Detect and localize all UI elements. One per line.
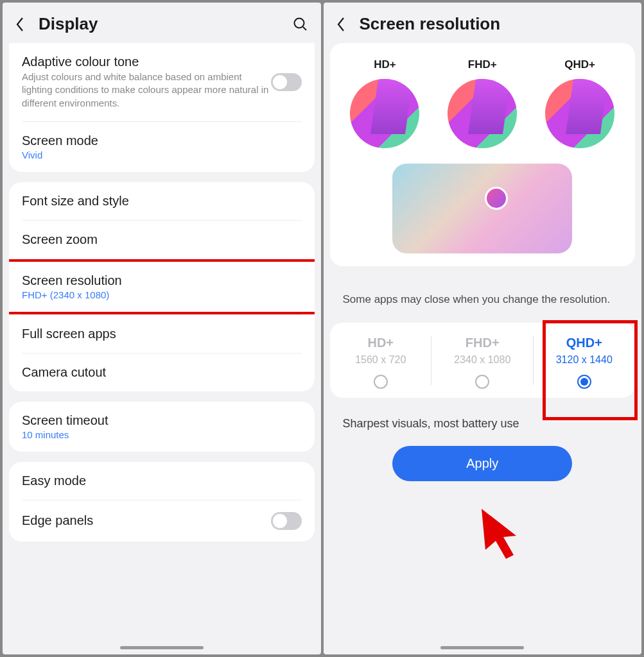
header: Display bbox=[3, 3, 321, 43]
edge-panels-toggle[interactable] bbox=[271, 512, 302, 530]
header: Screen resolution bbox=[324, 3, 642, 43]
screen-mode-row[interactable]: Screen mode Vivid bbox=[9, 122, 315, 172]
option-resolution: 2340 x 1080 bbox=[437, 354, 528, 366]
font-size-row[interactable]: Font size and style bbox=[9, 182, 315, 220]
search-icon[interactable] bbox=[293, 17, 308, 32]
back-icon[interactable] bbox=[336, 17, 345, 32]
preview-circle-icon bbox=[350, 79, 419, 148]
page-title: Screen resolution bbox=[360, 14, 629, 34]
annotation-cursor-icon bbox=[476, 504, 523, 560]
value: Vivid bbox=[22, 149, 302, 160]
preview-hd: HD+ bbox=[350, 58, 419, 148]
label: Font size and style bbox=[22, 194, 129, 209]
screen-resolution-row[interactable]: Screen resolution FHD+ (2340 x 1080) bbox=[9, 259, 315, 314]
radio-icon bbox=[577, 375, 591, 389]
gesture-bar[interactable] bbox=[440, 646, 524, 649]
label: Screen resolution bbox=[22, 273, 302, 288]
option-resolution: 3120 x 1440 bbox=[539, 354, 631, 366]
full-screen-apps-row[interactable]: Full screen apps bbox=[9, 315, 315, 353]
option-qhd[interactable]: QHD+ 3120 x 1440 bbox=[534, 323, 636, 398]
value: FHD+ (2340 x 1080) bbox=[22, 289, 302, 300]
screen-timeout-row[interactable]: Screen timeout 10 minutes bbox=[9, 402, 315, 452]
label: HD+ bbox=[374, 58, 396, 71]
option-resolution: 1560 x 720 bbox=[335, 354, 427, 366]
preview-row: HD+ FHD+ QHD+ bbox=[330, 43, 636, 155]
value: 10 minutes bbox=[22, 429, 302, 440]
preview-qhd: QHD+ bbox=[545, 58, 614, 148]
label: Screen mode bbox=[22, 133, 302, 148]
preview-fhd: FHD+ bbox=[448, 58, 517, 148]
display-settings-screen: Display Adaptive colour tone Adjust colo… bbox=[3, 3, 321, 654]
card-easy-edge: Easy mode Edge panels bbox=[9, 462, 315, 542]
radio-icon bbox=[475, 375, 489, 389]
label: Screen timeout bbox=[22, 413, 302, 428]
label: Camera cutout bbox=[22, 365, 106, 380]
card-timeout: Screen timeout 10 minutes bbox=[9, 402, 315, 452]
card-font-resolution: Font size and style Screen zoom Screen r… bbox=[9, 182, 315, 391]
svg-point-0 bbox=[294, 18, 304, 28]
gesture-bar[interactable] bbox=[120, 646, 204, 649]
info-text: Some apps may close when you change the … bbox=[324, 277, 642, 318]
apply-button[interactable]: Apply bbox=[392, 446, 572, 481]
card-adaptive-mode: Adaptive colour tone Adjust colours and … bbox=[9, 43, 315, 172]
back-icon[interactable] bbox=[15, 17, 24, 32]
label: Edge panels bbox=[22, 513, 93, 528]
edge-panels-row[interactable]: Edge panels bbox=[9, 500, 315, 542]
adaptive-colour-tone-row[interactable]: Adaptive colour tone Adjust colours and … bbox=[9, 43, 315, 121]
adaptive-toggle[interactable] bbox=[271, 73, 302, 91]
label: Screen zoom bbox=[22, 232, 98, 247]
label: Adaptive colour tone bbox=[22, 55, 271, 69]
description: Adjust colours and white balance based o… bbox=[22, 71, 271, 110]
screen-resolution-screen: Screen resolution HD+ FHD+ QHD+ Some app bbox=[324, 3, 642, 654]
label: Full screen apps bbox=[22, 327, 116, 341]
radio-icon bbox=[374, 375, 388, 389]
resolution-options: HD+ 1560 x 720 FHD+ 2340 x 1080 QHD+ 312… bbox=[330, 323, 636, 398]
detail-text: Sharpest visuals, most battery use bbox=[324, 398, 642, 443]
camera-cutout-row[interactable]: Camera cutout bbox=[9, 354, 315, 391]
preview-circle-icon bbox=[545, 79, 614, 148]
option-name: QHD+ bbox=[539, 336, 631, 350]
wallpaper-preview-icon bbox=[392, 164, 572, 253]
easy-mode-row[interactable]: Easy mode bbox=[9, 462, 315, 500]
option-hd[interactable]: HD+ 1560 x 720 bbox=[330, 323, 432, 398]
preview-card: HD+ FHD+ QHD+ bbox=[330, 43, 636, 266]
label: Easy mode bbox=[22, 474, 86, 488]
content: Adaptive colour tone Adjust colours and … bbox=[3, 43, 321, 654]
screen-zoom-row[interactable]: Screen zoom bbox=[9, 221, 315, 259]
label: QHD+ bbox=[564, 58, 595, 71]
preview-circle-icon bbox=[448, 79, 517, 148]
label: FHD+ bbox=[468, 58, 497, 71]
option-name: FHD+ bbox=[437, 336, 528, 350]
content: HD+ FHD+ QHD+ Some apps may close when y… bbox=[324, 43, 642, 654]
option-fhd[interactable]: FHD+ 2340 x 1080 bbox=[431, 323, 534, 398]
page-title: Display bbox=[39, 14, 279, 34]
option-name: HD+ bbox=[335, 336, 427, 350]
